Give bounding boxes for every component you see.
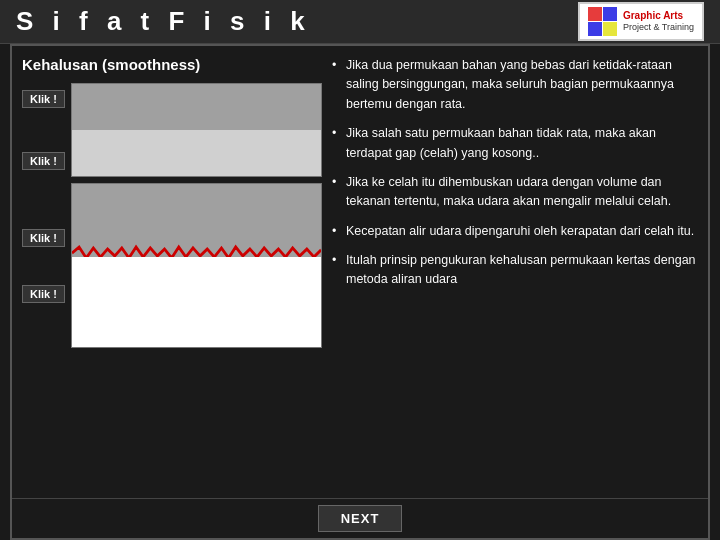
diagram-top <box>71 83 322 177</box>
bullet-item-5: • Itulah prinsip pengukuran kehalusan pe… <box>332 251 698 290</box>
logo-line2: Project & Training <box>623 22 694 34</box>
page-title: S i f a t F i s i k <box>16 6 311 37</box>
logo-sq-blue <box>603 7 617 21</box>
header: S i f a t F i s i k Graphic Arts Project… <box>0 0 720 44</box>
content-border: Kehalusan (smoothness) Klik ! Klik ! <box>10 44 710 540</box>
left-panel: Kehalusan (smoothness) Klik ! Klik ! <box>22 56 322 492</box>
diag-lower-white <box>72 257 321 347</box>
logo-sq-red <box>588 7 602 21</box>
logo: Graphic Arts Project & Training <box>578 2 704 41</box>
logo-sq-yellow <box>603 22 617 36</box>
right-panel: • Jika dua permukaan bahan yang bebas da… <box>332 56 698 492</box>
logo-brand: Graphic Arts <box>623 9 694 22</box>
klik-button-1[interactable]: Klik ! <box>22 90 65 108</box>
logo-sq-blue2 <box>588 22 602 36</box>
bullet-list: • Jika dua permukaan bahan yang bebas da… <box>332 56 698 290</box>
main-content: Kehalusan (smoothness) Klik ! Klik ! <box>12 46 708 498</box>
diagram-top-lower <box>72 130 321 176</box>
klik-button-2[interactable]: Klik ! <box>22 152 65 170</box>
diagram-bottom <box>71 183 322 348</box>
bullet-item-3: • Jika ke celah itu dihembuskan udara de… <box>332 173 698 212</box>
top-diagram-row: Klik ! Klik ! <box>22 83 322 177</box>
diagram-top-upper <box>72 84 321 130</box>
klik-button-3[interactable]: Klik ! <box>22 229 65 247</box>
footer: NEXT <box>12 498 708 538</box>
next-button[interactable]: NEXT <box>318 505 403 532</box>
logo-text: Graphic Arts Project & Training <box>623 9 694 34</box>
bottom-diagram-row: Klik ! Klik ! <box>22 183 322 348</box>
klik-col-top: Klik ! Klik ! <box>22 83 65 177</box>
bullet-item-1: • Jika dua permukaan bahan yang bebas da… <box>332 56 698 114</box>
section-title: Kehalusan (smoothness) <box>22 56 322 73</box>
diag-upper-block <box>72 184 321 249</box>
klik-col-bottom: Klik ! Klik ! <box>22 183 65 348</box>
logo-squares <box>588 7 617 36</box>
bullet-item-4: • Kecepatan alir udara dipengaruhi oleh … <box>332 222 698 241</box>
klik-button-4[interactable]: Klik ! <box>22 285 65 303</box>
bullet-item-2: • Jika salah satu permukaan bahan tidak … <box>332 124 698 163</box>
